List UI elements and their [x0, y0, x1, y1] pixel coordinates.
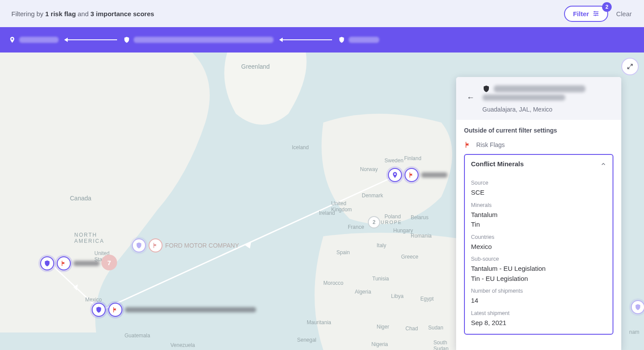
flag-icon: [149, 238, 163, 252]
map-label: Greece: [401, 254, 418, 260]
field-value: Tin: [471, 220, 606, 230]
panel-header: ← Guadalajara, JAL, Mexico: [456, 77, 621, 120]
field-label: Sub-source: [471, 256, 606, 262]
map-label: Niger: [377, 324, 389, 330]
flag-icon: [464, 141, 472, 149]
filter-count-badge: 2: [602, 2, 612, 12]
shield-icon: [338, 36, 345, 43]
sliders-icon: [592, 10, 599, 17]
field-label: Number of shipments: [471, 288, 606, 294]
pin-icon: [388, 168, 402, 182]
map-area[interactable]: Greenland Iceland Norway Sweden Finland …: [0, 52, 644, 350]
map-label: Egypt: [420, 296, 434, 302]
filter-summary: Filtering by 1 risk flag and 3 importanc…: [11, 10, 154, 18]
shield-icon: [92, 303, 106, 317]
flag-icon: [57, 256, 71, 270]
pin-icon: [9, 36, 16, 43]
filter-actions: Filter 2 Clear: [564, 6, 632, 22]
map-label: Tunisia: [372, 276, 389, 282]
map-label: Sudan: [428, 325, 443, 331]
detail-panel: ← Guadalajara, JAL, Mexico Outside of cu…: [456, 77, 621, 350]
map-label: Finland: [404, 155, 421, 161]
chevron-up-icon: [600, 161, 606, 167]
map-label: Norway: [360, 166, 378, 172]
marker-label: FORD MOTOR COMPANY: [165, 242, 239, 249]
map-label: Algeria: [355, 289, 371, 295]
field-value: Tantalum: [471, 210, 606, 220]
field-value: Tin - EU Legislation: [471, 274, 606, 284]
map-label: South Sudan: [433, 340, 449, 350]
expand-icon: [627, 63, 634, 70]
risk-accordion: Conflict Minerals Source SCE Minerals Ta…: [464, 154, 613, 335]
field-value: Sep 8, 2021: [471, 318, 606, 328]
map-marker-edge[interactable]: [631, 300, 644, 314]
map-label: Hungary: [393, 228, 413, 234]
breadcrumb-arrow: [280, 39, 332, 40]
flag-icon: [405, 168, 419, 182]
breadcrumb-node-1[interactable]: [9, 36, 59, 43]
panel-filter-note: Outside of current filter settings: [464, 127, 613, 134]
panel-body: Outside of current filter settings Risk …: [456, 120, 621, 343]
map-label: Spain: [336, 249, 350, 256]
panel-subtitle-redacted: [482, 94, 565, 101]
map-label: Libya: [391, 293, 404, 299]
accordion-toggle[interactable]: Conflict Minerals: [465, 155, 613, 173]
panel-title-redacted: [494, 85, 585, 92]
clear-button[interactable]: Clear: [616, 10, 632, 18]
map-marker-us[interactable]: [40, 256, 100, 270]
breadcrumb-arrow: [65, 39, 117, 40]
map-label: France: [348, 224, 364, 230]
map-marker-ford[interactable]: FORD MOTOR COMPANY: [132, 238, 239, 252]
map-label: Canada: [70, 195, 91, 202]
shield-icon: [482, 85, 490, 93]
map-count-badge[interactable]: 7: [101, 255, 117, 270]
map-label: NORTH AMERICA: [74, 232, 104, 244]
back-button[interactable]: ←: [464, 91, 477, 104]
risk-flags-heading: Risk Flags: [464, 141, 613, 149]
map-marker-mexico[interactable]: [92, 303, 256, 317]
field-label: Countries: [471, 234, 606, 240]
panel-location: Guadalajara, JAL, Mexico: [482, 106, 585, 113]
map-label: Iceland: [292, 144, 309, 150]
filter-button[interactable]: Filter 2: [564, 6, 608, 22]
map-label: Italy: [377, 242, 386, 248]
field-label: Source: [471, 180, 606, 186]
map-label: Chad: [405, 326, 418, 332]
map-label: Guatemala: [125, 332, 150, 339]
flag-icon: [108, 303, 122, 317]
filter-bar: Filtering by 1 risk flag and 3 importanc…: [0, 0, 644, 27]
map-label: Ireland: [319, 210, 335, 216]
field-value: 14: [471, 296, 606, 306]
shield-icon: [631, 300, 644, 314]
breadcrumb-node-3[interactable]: [338, 36, 379, 43]
expand-map-button[interactable]: [621, 58, 639, 75]
map-label: EUROPE: [377, 220, 402, 225]
field-label: Latest shipment: [471, 310, 606, 316]
field-value: SCE: [471, 188, 606, 198]
map-label: Belarus: [411, 214, 429, 220]
map-label: Morocco: [323, 280, 343, 286]
map-cluster-badge[interactable]: 2: [368, 216, 380, 228]
map-label: nam: [629, 329, 639, 335]
field-value: Tantalum - EU Legislation: [471, 264, 606, 274]
map-label: Greenland: [241, 63, 270, 70]
map-label: Mauritania: [307, 319, 331, 326]
shield-icon: [40, 256, 54, 270]
breadcrumb-node-2[interactable]: [123, 36, 274, 43]
map-label: Senegal: [297, 337, 316, 343]
map-marker-europe[interactable]: [388, 168, 447, 182]
map-label: Romania: [411, 233, 432, 239]
field-label: Minerals: [471, 202, 606, 208]
shield-icon: [132, 238, 146, 252]
map-label: Sweden: [384, 158, 403, 164]
supply-chain-breadcrumb: [0, 27, 644, 52]
map-label: Poland: [384, 214, 401, 220]
map-label: Denmark: [362, 192, 383, 199]
map-label: Mexico: [85, 297, 102, 303]
shield-icon: [123, 36, 130, 43]
field-value: Mexico: [471, 242, 606, 252]
map-label: Venezuela: [170, 342, 195, 348]
map-label: Nigeria: [371, 341, 388, 347]
